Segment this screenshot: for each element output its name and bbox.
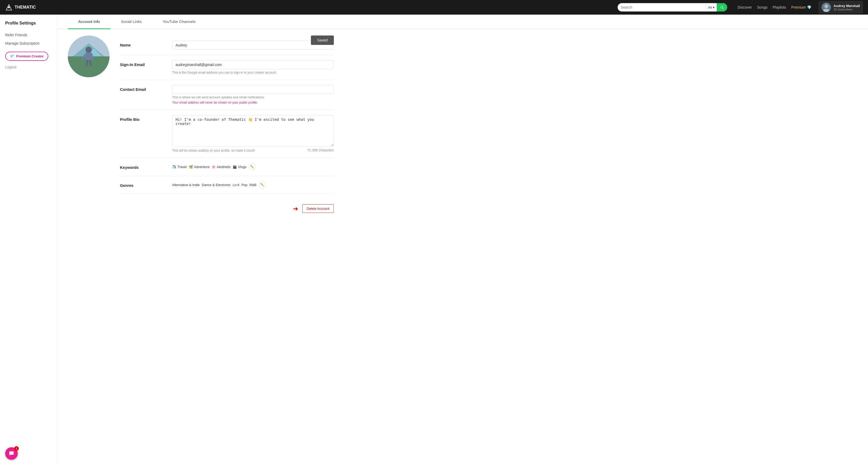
- keyword-adventure-label: Adventure: [194, 165, 210, 169]
- signin-email-field-container: This is the Google email address you use…: [172, 60, 334, 75]
- keywords-list: ✈️ Travel 🌿 Adventure 🌸 Aesthetic: [172, 163, 334, 170]
- chat-icon: [9, 451, 14, 456]
- signin-email-label: Sign-In Email: [120, 60, 162, 67]
- form-row-name: Name: [120, 35, 334, 55]
- signin-email-hint: This is the Google email address you use…: [172, 71, 334, 75]
- nav-discover[interactable]: Discover: [738, 5, 752, 9]
- sidebar-title: Profile Settings: [5, 21, 52, 26]
- keywords-edit-button[interactable]: ✏️: [249, 163, 256, 170]
- premium-gem-icon: 💎: [807, 5, 811, 9]
- genre-alt-indie: Alternative & Indie: [172, 183, 200, 187]
- main-wrapper: Profile Settings Refer Friends Manage Su…: [0, 14, 868, 465]
- signin-email-input[interactable]: [172, 60, 334, 69]
- svg-point-1: [8, 6, 10, 8]
- genre-rnb-label: R&B: [250, 183, 257, 187]
- search-button[interactable]: [717, 3, 727, 11]
- chat-badge: 1: [14, 446, 19, 451]
- genres-edit-button[interactable]: ✏️: [258, 181, 266, 188]
- logout-link[interactable]: Logout: [5, 65, 52, 69]
- bio-label: Profile Bio: [120, 115, 162, 122]
- search-filter-label: All: [708, 5, 712, 9]
- name-label: Name: [120, 41, 162, 47]
- main-nav: Discover Songs Playlists Premium 💎: [738, 5, 811, 9]
- genres-field-container: Alternative & Indie Dance & Electronic L…: [172, 181, 334, 188]
- genre-pop-label: Pop: [241, 183, 247, 187]
- genres-label: Genres: [120, 181, 162, 187]
- chevron-down-icon: ▾: [713, 5, 715, 9]
- svg-point-3: [825, 4, 828, 8]
- diamond-icon: 💎: [10, 54, 14, 58]
- profile-avatar-image: [68, 35, 110, 77]
- genres-list: Alternative & Indie Dance & Electronic L…: [172, 181, 334, 188]
- premium-creator-button[interactable]: 💎 Premium Creator: [5, 52, 48, 61]
- logo-icon: [5, 4, 12, 11]
- avatar: [822, 3, 831, 12]
- keyword-travel: ✈️ Travel: [172, 165, 187, 169]
- user-badge[interactable]: Audrey Marshall 39 Subscribers: [819, 1, 863, 13]
- content-area: Saved: [57, 29, 344, 229]
- nav-premium[interactable]: Premium 💎: [791, 5, 811, 9]
- form-row-signin-email: Sign-In Email This is the Google email a…: [120, 55, 334, 80]
- logo-text: THEMATIC: [14, 5, 36, 10]
- contact-email-label: Contact Email: [120, 85, 162, 92]
- user-subscribers: 39 Subscribers: [834, 8, 860, 11]
- bio-hint: This will be shown publicly on your prof…: [172, 149, 255, 152]
- tab-account-info[interactable]: Account Info: [68, 14, 110, 29]
- genre-rnb: R&B: [250, 183, 257, 187]
- header: THEMATIC All ▾ Discover Songs Playlists …: [0, 0, 868, 14]
- keyword-aesthetic: 🌸 Aesthetic: [212, 165, 230, 169]
- keyword-aesthetic-label: Aesthetic: [217, 165, 230, 169]
- svg-line-12: [92, 54, 93, 59]
- keywords-field-container: ✈️ Travel 🌿 Adventure 🌸 Aesthetic: [172, 163, 334, 170]
- chat-bubble-button[interactable]: 1: [5, 447, 18, 460]
- tab-youtube-channels[interactable]: YouTube Channels: [152, 14, 206, 29]
- search-icon: [720, 5, 724, 9]
- delete-section: ➜ Delete Account: [68, 204, 334, 213]
- form-row-keywords: Keywords ✈️ Travel 🌿 Adventure: [120, 158, 334, 176]
- adventure-icon: 🌿: [189, 165, 193, 169]
- delete-arrow-icon: ➜: [293, 205, 298, 212]
- genre-lofi-label: Lo-fi: [232, 183, 239, 187]
- genre-pop: Pop: [241, 183, 247, 187]
- avatar-image: [822, 3, 831, 12]
- contact-email-field-container: This is where we will send account updat…: [172, 85, 334, 105]
- form-row-genres: Genres Alternative & Indie Dance & Elect…: [120, 176, 334, 194]
- contact-email-hint: This is where we will send account updat…: [172, 95, 334, 99]
- vlogs-icon: 🎬: [232, 165, 237, 169]
- bio-field-container: Hi! I'm a co-founder of Thematic 👋 I'm e…: [172, 115, 334, 152]
- delete-account-button[interactable]: Delete Account: [302, 204, 334, 213]
- profile-section: Name Sign-In Email This is the Google em…: [68, 35, 334, 194]
- profile-avatar[interactable]: [68, 35, 110, 77]
- bio-char-count: 71 /300 Characters: [307, 148, 334, 152]
- sidebar-item-refer[interactable]: Refer Friends: [5, 31, 52, 39]
- search-bar: All ▾: [618, 3, 727, 11]
- bio-textarea[interactable]: Hi! I'm a co-founder of Thematic 👋 I'm e…: [172, 115, 334, 146]
- nav-playlists[interactable]: Playlists: [773, 5, 786, 9]
- keyword-adventure: 🌿 Adventure: [189, 165, 210, 169]
- keyword-vlogs: 🎬 Vlogs: [232, 165, 246, 169]
- genre-dance: Dance & Electronic: [202, 183, 231, 187]
- saved-button[interactable]: Saved: [311, 35, 334, 45]
- name-input[interactable]: [172, 41, 334, 50]
- form-row-bio: Profile Bio Hi! I'm a co-founder of Them…: [120, 110, 334, 158]
- keyword-vlogs-label: Vlogs: [238, 165, 246, 169]
- contact-email-input[interactable]: [172, 85, 334, 94]
- premium-btn-label: Premium Creator: [16, 54, 43, 58]
- search-input[interactable]: [618, 4, 706, 11]
- user-info: Audrey Marshall 39 Subscribers: [834, 4, 860, 11]
- svg-point-9: [86, 47, 92, 53]
- name-field-container: [172, 41, 334, 50]
- svg-line-13: [87, 61, 87, 65]
- search-filter-dropdown[interactable]: All ▾: [706, 4, 717, 11]
- form-section: Name Sign-In Email This is the Google em…: [120, 35, 334, 194]
- contact-email-privacy: Your email address will never be shown o…: [172, 101, 334, 105]
- sidebar: Profile Settings Refer Friends Manage Su…: [0, 14, 57, 465]
- logo[interactable]: THEMATIC: [5, 4, 36, 11]
- nav-songs[interactable]: Songs: [757, 5, 768, 9]
- genre-lofi: Lo-fi: [232, 183, 239, 187]
- sidebar-item-subscription[interactable]: Manage Subscription: [5, 39, 52, 48]
- user-name: Audrey Marshall: [834, 4, 860, 8]
- aesthetic-icon: 🌸: [212, 165, 216, 169]
- tab-social-links[interactable]: Social Links: [110, 14, 152, 29]
- genre-alt-indie-label: Alternative & Indie: [172, 183, 200, 187]
